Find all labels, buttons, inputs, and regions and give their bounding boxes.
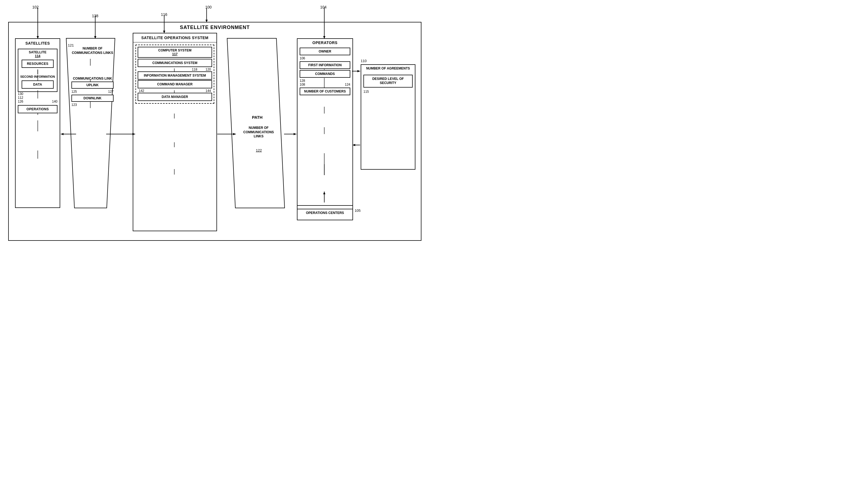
- ref-115: 115: [361, 90, 415, 94]
- desired-level-box: DESIRED LEVEL OF SECURITY: [363, 75, 413, 88]
- num-comm-links-label: NUMBER OF COMMUNICATIONS LINKS: [69, 46, 116, 55]
- ref-138: 138: [92, 14, 98, 18]
- info-mgmt-box: INFORMATION MANAGEMENT SYSTEM: [138, 72, 212, 80]
- downlink-box: DOWNLINK: [72, 95, 114, 102]
- operators-title: OPERATORS: [298, 39, 352, 46]
- comm-system-box: COMMUNICATIONS SYSTEM: [138, 59, 212, 67]
- operations-centers-box: OPERATIONS CENTERS: [297, 205, 353, 220]
- sat-ops-title: SATELLITE OPERATIONS SYSTEM: [133, 33, 216, 42]
- operators-box: OPERATORS OWNER 106 FIRST INFORMATION CO…: [297, 38, 353, 209]
- uplink-box: UPLINK: [72, 81, 114, 89]
- ref-100: 100: [205, 5, 212, 9]
- refs-125-127: 125127: [69, 90, 116, 94]
- refs-108-124: 108124: [298, 82, 352, 87]
- satellite-num: 114: [19, 54, 56, 58]
- satellites-title: SATELLITES: [16, 39, 60, 48]
- sat-ops-box: SATELLITE OPERATIONS SYSTEM COMPUTER SYS…: [133, 33, 217, 231]
- path-label: PATH: [232, 115, 282, 120]
- data-box: DATA: [21, 80, 54, 89]
- data-manager-box: DATA MANAGER: [138, 93, 212, 101]
- commands-box: COMMANDS: [300, 70, 350, 78]
- satellites-box: SATELLITES SATELLITE 114 RESOURCES SECON…: [15, 38, 60, 208]
- refs-142-144: 142144: [138, 89, 212, 93]
- comm-link-area: COMMUNICATIONS LINK UPLINK 125127 DOWNLI…: [69, 77, 116, 107]
- env-label: SATELLITE ENVIRONMENT: [0, 25, 430, 30]
- ref-110: 110: [361, 59, 367, 63]
- ref-106: 106: [298, 56, 352, 60]
- ref-104: 104: [320, 5, 327, 9]
- ref-130: 130: [16, 92, 60, 96]
- resources-box: RESOURCES: [21, 60, 54, 68]
- v-line-1: [37, 70, 38, 74]
- num-agreements-label: NUMBER OF AGREEMENTS: [361, 65, 415, 73]
- owner-box: OWNER: [300, 48, 350, 55]
- ref-116: 116: [161, 12, 167, 17]
- computer-system-box: COMPUTER SYSTEM 117: [138, 47, 212, 58]
- ref-122: 122: [256, 148, 262, 152]
- ref-102: 102: [32, 5, 39, 9]
- ref-123: 123: [69, 103, 116, 107]
- ref-121: 121: [68, 43, 74, 47]
- sat-ops-inner: COMPUTER SYSTEM 117 COMMUNICATIONS SYSTE…: [135, 45, 214, 104]
- agreements-box: NUMBER OF AGREEMENTS DESIRED LEVEL OF SE…: [361, 64, 416, 170]
- operations-box: OPERATIONS: [18, 105, 58, 113]
- satellite-label: SATELLITE: [19, 50, 56, 54]
- diagram-container: 100 SATELLITE ENVIRONMENT: [0, 0, 430, 252]
- command-manager-box: COMMAND MANAGER: [138, 80, 212, 88]
- ref-105: 105: [355, 209, 361, 213]
- second-info-label: SECOND INFORMATION: [19, 74, 56, 79]
- ref-118-120: 118 120: [138, 67, 212, 72]
- num-customers-box: NUMBER OF CUSTOMERS: [300, 88, 350, 95]
- ref-112: 112: [16, 96, 60, 100]
- ref-128: 128: [298, 79, 352, 82]
- refs-126-140: 126 140: [16, 100, 60, 104]
- num-comm-links-right: NUMBER OFCOMMUNICATIONSLINKS: [231, 126, 286, 139]
- first-info-box: FIRST INFORMATION: [300, 61, 350, 69]
